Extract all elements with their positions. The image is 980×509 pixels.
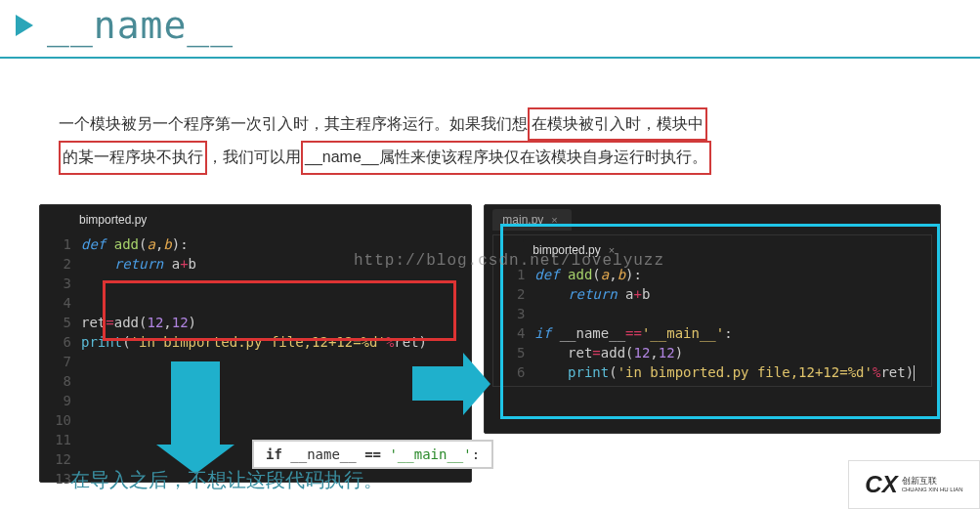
editor-right: main.py× bimported.py× 123456 def add(a,… [484, 204, 941, 434]
line-numbers-left: 12345678910111213 [40, 234, 81, 488]
tab-bar-left: bimported.py [40, 205, 471, 231]
tab-label: bimported.py [533, 243, 600, 257]
highlight-1: 在模块被引入时，模块中 [528, 107, 707, 141]
arrow-right-icon [412, 366, 466, 401]
logo-mark: CX [865, 471, 897, 498]
logo-badge: CX 创新互联 CHUANG XIN HU LIAN [848, 460, 980, 509]
intro-paragraph: 一个模块被另一个程序第一次引入时，其主程序将运行。如果我们想在模块被引入时，模块… [0, 59, 980, 204]
code-popup: if __name__ == '__main__': [252, 440, 493, 469]
triangle-icon [16, 15, 33, 36]
para-text-1: 一个模块被另一个程序第一次引入时，其主程序将运行。如果我们想 [59, 115, 528, 132]
tab-bar-right-inner: bimported.py× [493, 235, 931, 261]
close-icon[interactable]: × [551, 214, 557, 226]
code-area-right: 123456 def add(a,b): return a+b if __nam… [493, 261, 931, 386]
highlight-2: 的某一程序块不执行 [59, 141, 207, 174]
tab-label: main.py [502, 213, 543, 227]
para-text-2: ，我们可以用 [207, 148, 301, 165]
tab-bar-right-outer: main.py× [485, 205, 940, 231]
tab-bimported-left[interactable]: bimported.py [69, 209, 160, 231]
line-numbers-right: 123456 [493, 265, 534, 382]
highlight-3: __name__属性来使该程序块仅在该模块自身运行时执行。 [301, 141, 711, 174]
logo-text: 创新互联 CHUANG XIN HU LIAN [902, 476, 963, 493]
tab-bimported-right[interactable]: bimported.py× [523, 239, 628, 261]
close-icon[interactable]: × [609, 244, 615, 256]
arrow-down-icon [171, 361, 234, 474]
bottom-caption: 在导入之后，不想让这段代码执行。 [70, 467, 383, 493]
tab-main[interactable]: main.py× [492, 209, 571, 231]
code-lines-right[interactable]: def add(a,b): return a+b if __name__=='_… [534, 265, 931, 382]
page-title: __name__ [47, 4, 234, 47]
page-header: __name__ [0, 0, 980, 59]
tab-label: bimported.py [79, 213, 147, 227]
